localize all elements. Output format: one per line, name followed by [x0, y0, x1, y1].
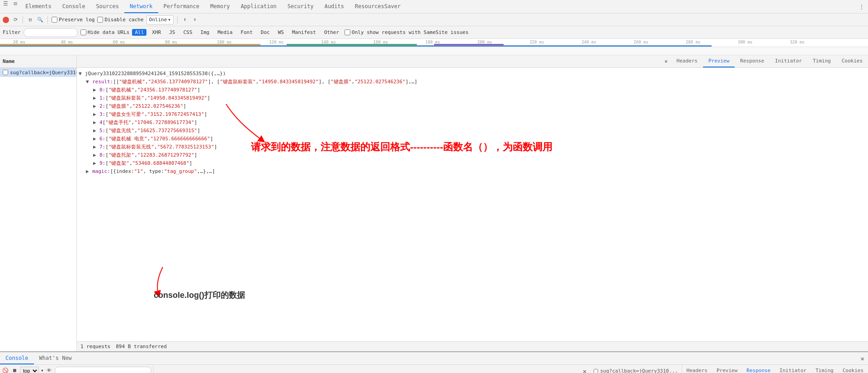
- mark-280: 280 ms: [686, 40, 701, 44]
- tab-memory[interactable]: Memory: [205, 0, 235, 13]
- tab-resourcessaver[interactable]: ResourcesSaver: [349, 0, 406, 13]
- separator2: [47, 16, 48, 24]
- detail-tab-timing[interactable]: Timing: [807, 55, 836, 67]
- tree-arrow-root[interactable]: ▼: [79, 70, 85, 77]
- tree-item-4[interactable]: ▶ 4 ["键盘手托", "17046.727889617734"]: [77, 119, 868, 127]
- tab-application[interactable]: Application: [235, 0, 282, 13]
- request-item-1[interactable]: sug?callback=jQuery3310...: [0, 68, 76, 77]
- mark-320: 320 ms: [790, 40, 805, 44]
- mark-120: 120 ms: [269, 40, 284, 44]
- detail-tab-preview[interactable]: Preview: [703, 55, 735, 67]
- timeline-purple: [434, 44, 504, 45]
- response-tree: ▼ jQuery331022328889594241264_1591528553…: [77, 68, 868, 341]
- cr-tab-timing[interactable]: Timing: [811, 365, 838, 373]
- cr-tab-response[interactable]: Response: [742, 365, 775, 373]
- timeline-orange: [0, 44, 260, 45]
- hide-data-urls-checkbox[interactable]: Hide data URLs: [80, 29, 130, 35]
- tab-sources[interactable]: Sources: [90, 0, 124, 13]
- cr-tab-preview[interactable]: Preview: [712, 365, 742, 373]
- devtools-dock-icon[interactable]: ⊡: [12, 0, 19, 7]
- tree-arrow-result[interactable]: ▼: [86, 78, 92, 86]
- console-right-tabs: ✕ sug?callback=jQuery3310... Headers Pre…: [154, 365, 868, 373]
- detail-tab-headers[interactable]: Headers: [671, 55, 703, 67]
- detail-tab-cookies[interactable]: Cookies: [836, 55, 868, 67]
- console-filter-input[interactable]: [55, 367, 151, 373]
- cr-tab-headers[interactable]: Headers: [682, 365, 712, 373]
- bottom-area: Console What's New ✕ 🚫 ⏹ top ▾: [0, 351, 868, 373]
- more-tools-icon[interactable]: ⋮: [858, 3, 865, 10]
- filter-media[interactable]: Media: [215, 29, 235, 36]
- details-panel: ✕ Headers Preview Response Initiator Tim…: [77, 55, 868, 351]
- filter-xhr[interactable]: XHR: [149, 29, 164, 36]
- tree-item-7[interactable]: ▶ 7: ["键盘鼠标套装无线", "5672.778325123153"]: [77, 143, 868, 151]
- tab-audits[interactable]: Audits: [319, 0, 349, 13]
- tab-network[interactable]: Network: [124, 0, 158, 13]
- tab-security[interactable]: Security: [282, 0, 319, 13]
- cr-tab-cookies[interactable]: Cookies: [838, 365, 868, 373]
- filter-manifest[interactable]: Manifest: [289, 29, 319, 36]
- eye-icon[interactable]: 👁: [46, 367, 53, 373]
- detail-tab-response[interactable]: Response: [735, 55, 769, 67]
- filter-img[interactable]: Img: [198, 29, 212, 36]
- console-toolbar: 🚫 ⏹ top ▾ 👁: [0, 365, 153, 373]
- console-right-request-name: sug?callback=jQuery3310...: [590, 365, 682, 373]
- record-button[interactable]: [3, 17, 9, 23]
- cr-tab-initiator[interactable]: Initiator: [775, 365, 811, 373]
- filter-ws[interactable]: WS: [275, 29, 287, 36]
- tree-result[interactable]: ▼ result: [["键盘机械", "24356.137740978127"…: [77, 78, 868, 86]
- search-icon[interactable]: 🔍: [37, 16, 44, 24]
- tree-item-2[interactable]: ▶ 2: ["键盘膜", "25122.027546236"]: [77, 102, 868, 110]
- timeline-blue: [0, 45, 712, 47]
- tab-elements[interactable]: Elements: [20, 0, 57, 13]
- mark-220: 220 ms: [529, 40, 544, 44]
- timeline-ruler: 20 ms 40 ms 60 ms 80 ms 100 ms 120 ms 14…: [0, 39, 868, 47]
- timeline-green: [287, 44, 417, 45]
- same-site-checkbox[interactable]: Only show requests with SameSite issues: [344, 29, 468, 35]
- arrow-0[interactable]: ▶: [93, 86, 99, 94]
- tree-magic[interactable]: ▶ magic: [{index: "1", type: "tag_group"…: [77, 167, 868, 176]
- details-close-button[interactable]: ✕: [661, 55, 671, 67]
- console-close-button[interactable]: ✕: [857, 355, 868, 362]
- detail-tab-initiator[interactable]: Initiator: [769, 55, 807, 67]
- throttle-dropdown[interactable]: Online ▾: [146, 15, 174, 24]
- console-right-close-button[interactable]: ✕: [579, 365, 590, 373]
- filter-doc[interactable]: Doc: [258, 29, 273, 36]
- tree-item-0[interactable]: ▶ 0: ["键盘机械", "24356.137740978127"]: [77, 86, 868, 94]
- preserve-log-checkbox[interactable]: Preserve log: [52, 17, 94, 23]
- download-icon[interactable]: ⬇: [191, 16, 198, 24]
- console-stop-icon[interactable]: ⏹: [11, 367, 18, 373]
- filter-font[interactable]: Font: [238, 29, 255, 36]
- console-tab-whatsnew[interactable]: What's New: [34, 352, 77, 364]
- filter-input[interactable]: [24, 28, 78, 37]
- tree-item-6[interactable]: ▶ 6: ["键盘机械 电竞", "12705.666666666666"]: [77, 135, 868, 143]
- scope-select[interactable]: top: [20, 367, 39, 373]
- tab-console[interactable]: Console: [57, 0, 91, 13]
- filter-all[interactable]: All: [132, 29, 146, 36]
- tree-item-9[interactable]: ▶ 9: ["键盘架", "53460.68844807468"]: [77, 159, 868, 167]
- tree-item-5[interactable]: ▶ 5: ["键盘无线", "16625.737275669315"]: [77, 127, 868, 135]
- name-column-header: Name: [0, 55, 76, 68]
- console-left-panel: 🚫 ⏹ top ▾ 👁 ▶ {result: Array(10), magic:…: [0, 365, 154, 373]
- separator3: [177, 16, 178, 24]
- devtools-menu-icon[interactable]: ☰: [2, 0, 9, 7]
- main-area: Name sug?callback=jQuery3310... ✕ Header…: [0, 55, 868, 351]
- filter-js[interactable]: JS: [166, 29, 178, 36]
- tab-performance[interactable]: Performance: [158, 0, 205, 13]
- requests-panel: Name sug?callback=jQuery3310...: [0, 55, 77, 351]
- request-checkbox[interactable]: [3, 70, 8, 75]
- tree-root[interactable]: ▼ jQuery331022328889594241264_1591528553…: [77, 70, 868, 78]
- filter-icon[interactable]: ⊟: [27, 16, 34, 24]
- disable-cache-checkbox[interactable]: Disable cache: [97, 17, 143, 23]
- timeline-bar: 20 ms 40 ms 60 ms 80 ms 100 ms 120 ms 14…: [0, 39, 868, 47]
- console-tab-console[interactable]: Console: [0, 352, 34, 364]
- tree-item-3[interactable]: ▶ 3: ["键盘女生可爱", "3152.197672457413"]: [77, 110, 868, 119]
- console-clear-icon[interactable]: 🚫: [2, 367, 9, 373]
- filter-label: Filter: [3, 29, 21, 35]
- network-status-bar: 1 requests 894 B transferred: [77, 341, 868, 351]
- filter-css[interactable]: CSS: [180, 29, 195, 36]
- tree-item-8[interactable]: ▶ 8: ["键盘托架", "12283.26871297792"]: [77, 151, 868, 159]
- tree-item-1[interactable]: ▶ 1: ["键盘鼠标套装", "14950.843345819492"]: [77, 94, 868, 102]
- clear-button[interactable]: ⟳: [12, 16, 19, 24]
- upload-icon[interactable]: ⬆: [181, 16, 189, 24]
- filter-other[interactable]: Other: [321, 29, 342, 36]
